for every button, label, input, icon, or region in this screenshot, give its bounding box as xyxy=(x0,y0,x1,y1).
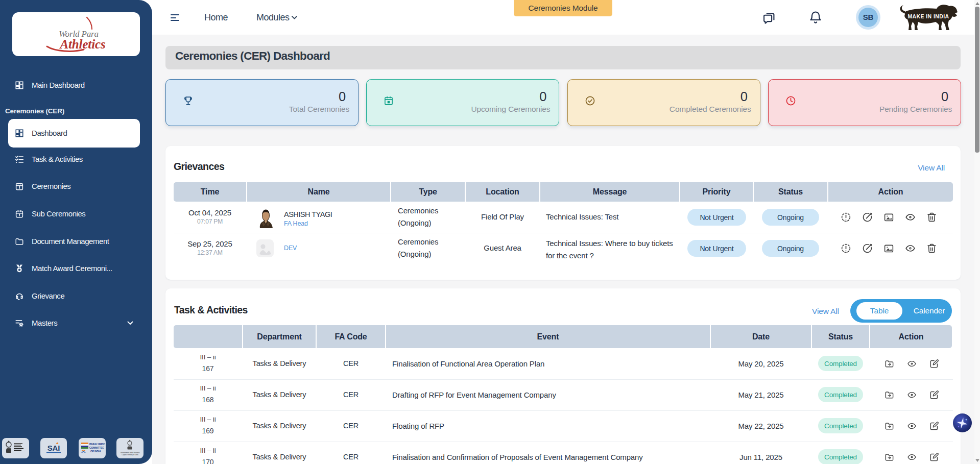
svg-text:Athletics: Athletics xyxy=(59,37,106,51)
svg-text:SAI: SAI xyxy=(47,444,60,452)
svg-text:PARALYMPIC: PARALYMPIC xyxy=(89,443,105,446)
svg-text:COMMITTEE: COMMITTEE xyxy=(89,446,104,449)
svg-text:Government of the National: Government of the National xyxy=(121,452,140,454)
svg-text:OF INDIA: OF INDIA xyxy=(90,450,101,453)
svg-text:MAKE IN INDIA: MAKE IN INDIA xyxy=(907,13,949,19)
svg-text:Capital Territory of Delhi: Capital Territory of Delhi xyxy=(122,454,138,456)
